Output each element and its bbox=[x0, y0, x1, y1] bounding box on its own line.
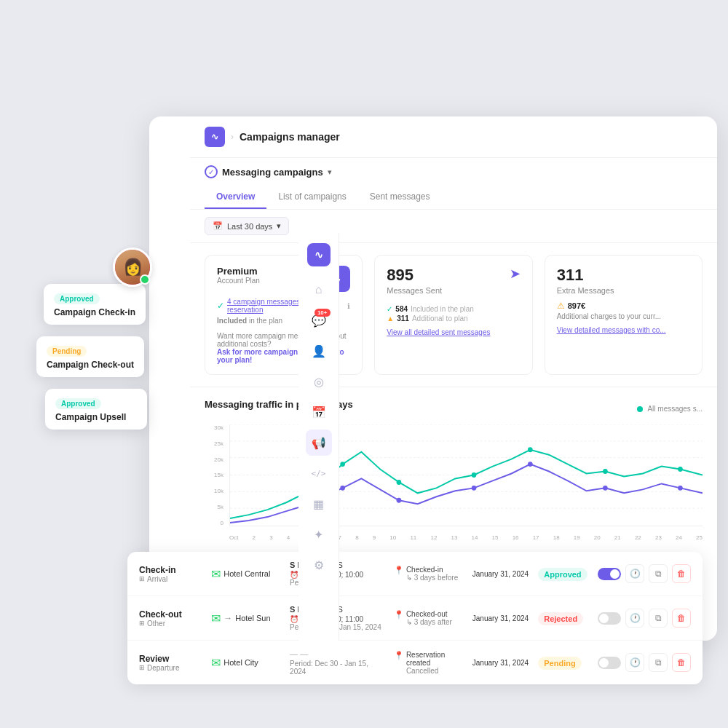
actions-review: 🕐 ⧉ 🗑 bbox=[598, 653, 691, 672]
page-title: Campaigns manager bbox=[240, 131, 340, 143]
plan-subtitle: Account Plan bbox=[217, 277, 260, 285]
chart-legend: All messages s... bbox=[637, 405, 703, 413]
stat-card-extra: 311 Extra Messages ⚠ 897€ Additional cha… bbox=[545, 255, 703, 375]
floating-card-upsell: Approved Campaign Upsell bbox=[45, 389, 147, 430]
trigger-review: 📍 Reservation created Cancelled bbox=[394, 651, 464, 675]
actions-checkout: 🕐 ⧉ 🗑 bbox=[598, 609, 691, 628]
campaigns-table: Check-in ⊞ Arrival ✉ Hotel Central S M T… bbox=[127, 552, 703, 684]
svg-point-13 bbox=[397, 498, 402, 503]
svg-point-16 bbox=[603, 486, 608, 491]
tab-list-campaigns[interactable]: List of campaigns bbox=[266, 186, 357, 209]
messages-badge: 10+ bbox=[314, 309, 331, 317]
messages-label: Messages Sent bbox=[387, 286, 442, 295]
date-filter[interactable]: 📅 Last 30 days ▾ bbox=[205, 217, 289, 235]
svg-point-11 bbox=[678, 467, 683, 472]
date-review: January 31, 2024 bbox=[472, 659, 529, 667]
svg-point-14 bbox=[472, 486, 477, 491]
avatar-container: 👩 bbox=[113, 248, 152, 287]
messages-number: 895 bbox=[387, 266, 442, 285]
svg-point-9 bbox=[528, 447, 533, 452]
table-row: Review ⊞ Departure ✉ Hotel City — — Peri… bbox=[127, 641, 703, 684]
stat-card-messages: 895 Messages Sent ➤ ✓ 584 Included in th… bbox=[374, 255, 532, 375]
status-checkin: Approved bbox=[538, 567, 589, 581]
sidebar-item-users[interactable]: 👤 bbox=[306, 338, 332, 364]
extra-link[interactable]: View detailed messages with co... bbox=[557, 326, 690, 334]
campaign-selector[interactable]: ✓ Messaging campaigns ▾ bbox=[205, 165, 703, 178]
toggle-checkin[interactable] bbox=[598, 568, 621, 580]
sidebar-item-calendar[interactable]: 📅 bbox=[306, 399, 332, 425]
status-badge-approved: Approved bbox=[538, 568, 587, 581]
campaign-name-review: Review ⊞ Departure bbox=[139, 654, 202, 672]
floating-card-title-checkin: Campaign Check-in bbox=[54, 307, 135, 317]
legend-dot-teal bbox=[637, 406, 643, 412]
sidebar-item-messages[interactable]: 💬 10+ bbox=[306, 307, 332, 333]
charges-amount: 897€ bbox=[568, 301, 585, 310]
schedule-icon-checkin[interactable]: 🕐 bbox=[625, 564, 644, 583]
tabs: Overview List of campaigns Sent messages bbox=[205, 186, 703, 209]
floating-card-title-upsell: Campaign Upsell bbox=[55, 412, 137, 422]
extra-label: Extra Messages bbox=[557, 286, 690, 295]
status-checkout: Rejected bbox=[538, 612, 589, 625]
sidebar-item-api[interactable]: </> bbox=[306, 460, 332, 486]
svg-point-10 bbox=[603, 469, 608, 474]
nav-section: ✓ Messaging campaigns ▾ Overview List of… bbox=[190, 158, 717, 210]
calendar-icon: 📅 bbox=[213, 221, 223, 231]
floating-badge-pending: Pending bbox=[47, 346, 87, 357]
messages-link[interactable]: View all detailed sent messages bbox=[387, 328, 520, 336]
copy-icon-review[interactable]: ⧉ bbox=[649, 653, 668, 672]
campaign-selector-label: Messaging campaigns bbox=[222, 167, 323, 178]
sidebar: ∿ ⌂ 💬 10+ 👤 ◎ 📅 📢 </> ▦ ✦ ⚙ bbox=[298, 233, 339, 641]
schedule-icon-review[interactable]: 🕐 bbox=[625, 653, 644, 672]
sidebar-logo[interactable]: ∿ bbox=[307, 243, 331, 266]
date-checkout: January 31, 2024 bbox=[472, 614, 529, 622]
plan-title: Premium bbox=[217, 266, 260, 277]
campaign-selector-icon: ✓ bbox=[205, 165, 218, 178]
floating-badge-approved-2: Approved bbox=[55, 398, 101, 409]
schedule-icon-checkout[interactable]: 🕐 bbox=[625, 609, 644, 628]
tab-overview[interactable]: Overview bbox=[205, 186, 266, 209]
chart-container: 30k 25k 20k 15k 10k 5k 0 bbox=[205, 424, 703, 541]
online-indicator bbox=[140, 274, 150, 285]
tab-sent-messages[interactable]: Sent messages bbox=[358, 186, 442, 209]
svg-point-7 bbox=[397, 480, 402, 485]
topbar-logo: ∿ bbox=[205, 127, 225, 147]
trigger-checkin: 📍 Checked-in ↳ 3 days before bbox=[394, 566, 464, 582]
toggle-checkout[interactable] bbox=[598, 612, 621, 625]
floating-card-title-checkout: Campaign Check-out bbox=[47, 360, 134, 370]
status-badge-rejected: Rejected bbox=[538, 612, 583, 625]
charges-label: Additional charges to your curr... bbox=[557, 312, 690, 320]
campaign-name-checkout: Check-out ⊞ Other bbox=[139, 609, 202, 628]
sidebar-item-settings[interactable]: ⚙ bbox=[306, 552, 332, 578]
delete-icon-checkin[interactable]: 🗑 bbox=[672, 564, 691, 583]
filter-bar: 📅 Last 30 days ▾ bbox=[190, 210, 717, 243]
svg-point-15 bbox=[528, 462, 533, 467]
svg-point-12 bbox=[340, 486, 345, 491]
delete-icon-checkout[interactable]: 🗑 bbox=[672, 609, 691, 628]
toggle-review[interactable] bbox=[598, 657, 621, 669]
status-review: Pending bbox=[538, 656, 589, 670]
copy-icon-checkout[interactable]: ⧉ bbox=[649, 609, 668, 628]
included-number: 584 bbox=[395, 305, 408, 313]
floating-badge-approved: Approved bbox=[54, 293, 100, 304]
campaign-selector-chevron: ▾ bbox=[328, 167, 332, 177]
sidebar-item-chart[interactable]: ▦ bbox=[306, 491, 332, 517]
send-icon: ➤ bbox=[510, 266, 521, 282]
copy-icon-checkin[interactable]: ⧉ bbox=[649, 564, 668, 583]
stats-row: Premium Account Plan ∿ ✓ 4 campaign mess… bbox=[190, 243, 717, 387]
chart-y-labels: 30k 25k 20k 15k 10k 5k 0 bbox=[205, 424, 226, 526]
sidebar-item-globe[interactable]: ◎ bbox=[306, 368, 332, 395]
channel-checkin: ✉ Hotel Central bbox=[211, 567, 281, 581]
sidebar-item-megaphone[interactable]: 📢 bbox=[306, 430, 332, 456]
svg-point-8 bbox=[472, 472, 477, 478]
svg-point-17 bbox=[678, 486, 683, 491]
svg-point-6 bbox=[340, 462, 345, 467]
delete-icon-review[interactable]: 🗑 bbox=[672, 653, 691, 672]
sidebar-item-star[interactable]: ✦ bbox=[306, 521, 332, 547]
chart-legend-label: All messages s... bbox=[647, 405, 703, 413]
schedule-review: — — Period: Dec 30 - Jan 15, 2024 bbox=[290, 649, 385, 676]
sidebar-item-home[interactable]: ⌂ bbox=[306, 277, 332, 303]
floating-card-checkin: Approved Campaign Check-in bbox=[44, 284, 146, 325]
topbar: ∿ › Campaigns manager bbox=[190, 116, 717, 158]
trigger-checkout: 📍 Checked-out ↳ 3 days after bbox=[394, 610, 464, 626]
channel-review: ✉ Hotel City bbox=[211, 656, 281, 670]
